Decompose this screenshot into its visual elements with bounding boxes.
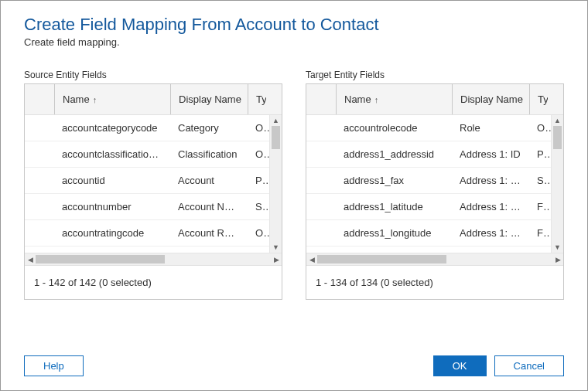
source-column: Source Entity Fields Name ↑ Display Name… [24,70,282,300]
source-horizontal-scrollbar[interactable]: ◀ ▶ [25,253,282,265]
cell-name: accountnumber [54,201,170,212]
table-row[interactable]: accountrolecode Role Opti [306,115,551,141]
table-row[interactable]: address1_latitude Address 1: La... Float [306,194,551,220]
cell-displayname: Account [170,175,248,186]
table-row[interactable]: address1_addressid Address 1: ID Prim [306,141,551,168]
col-header-name-text: Name [63,94,90,105]
cell-displayname: Address 1: ID [452,148,529,160]
target-vertical-scrollbar[interactable]: ▲ ▼ [551,115,563,253]
cell-displayname: Address 1: La... [452,201,529,212]
cell-displayname: Category [170,122,248,134]
cell-name: address1_latitude [336,201,452,212]
table-row[interactable]: accountclassificationc... Classification… [25,141,269,168]
cell-name: accountratingcode [54,227,170,239]
ok-button[interactable]: OK [433,355,487,376]
col-header-displayname[interactable]: Display Name [452,84,529,114]
scroll-track[interactable] [36,253,271,265]
scroll-down-icon[interactable]: ▼ [552,242,563,253]
table-row[interactable]: address1_longitude Address 1: Lo... Floa… [306,220,551,246]
cell-type: Float [529,227,551,239]
cell-type: Prim [529,148,551,160]
page-subtitle: Create field mapping. [24,36,564,48]
target-column: Target Entity Fields Name ↑ Display Name… [306,70,564,300]
scroll-thumb[interactable] [553,126,562,149]
sort-asc-icon: ↑ [93,95,97,104]
cell-name: address1_addressid [336,148,452,160]
table-row[interactable]: accountid Account Prim [25,168,269,194]
cell-displayname: Classification [170,148,248,160]
dialog-header: Create Field Mapping From Account to Con… [1,1,587,54]
scroll-right-icon[interactable]: ▶ [552,253,563,265]
cell-name: address1_fax [336,175,452,186]
cell-type: Opti [529,122,551,134]
help-button[interactable]: Help [24,355,84,376]
target-rows: accountrolecode Role Opti address1_addre… [306,115,551,253]
col-header-selector[interactable] [25,84,54,114]
cell-type: Opti [248,227,269,239]
target-grid-footer: 1 - 134 of 134 (0 selected) [306,265,563,299]
col-header-name-text: Name [344,94,371,105]
target-grid-header: Name ↑ Display Name Ty [306,84,563,115]
scroll-left-icon[interactable]: ◀ [306,253,317,265]
table-row[interactable]: accountcategorycode Category Opti [25,115,269,141]
sort-asc-icon: ↑ [374,95,379,104]
cell-displayname: Role [452,122,529,134]
cell-displayname: Address 1: Lo... [452,227,529,239]
cell-displayname: Address 1: Fax [452,175,529,186]
cell-displayname: Account Rating [170,227,248,239]
source-grid-footer: 1 - 142 of 142 (0 selected) [25,265,282,299]
col-header-type[interactable]: Ty [529,84,548,114]
cell-type: Opti [248,122,269,134]
cell-name: accountid [54,175,170,186]
cell-name: accountclassificationc... [54,148,170,160]
cell-name: accountrolecode [336,122,452,134]
button-bar: Help OK Cancel [1,346,587,390]
action-buttons: OK Cancel [433,355,564,376]
source-grid: Name ↑ Display Name Ty accountcategoryco… [24,83,282,300]
grids-container: Source Entity Fields Name ↑ Display Name… [1,54,587,300]
cancel-button[interactable]: Cancel [494,355,564,376]
cell-type: Opti [248,148,269,160]
target-grid: Name ↑ Display Name Ty accountrolecode R… [306,83,564,300]
scroll-thumb[interactable] [272,126,280,149]
target-grid-body: accountrolecode Role Opti address1_addre… [306,115,563,253]
col-header-name[interactable]: Name ↑ [54,84,170,114]
cell-type: Sing [248,201,269,212]
target-horizontal-scrollbar[interactable]: ◀ ▶ [306,253,563,265]
source-grid-body: accountcategorycode Category Opti accoun… [25,115,282,253]
scroll-up-icon[interactable]: ▲ [552,115,563,126]
col-header-name[interactable]: Name ↑ [336,84,452,114]
table-row[interactable]: address1_fax Address 1: Fax Sing [306,168,551,194]
source-vertical-scrollbar[interactable]: ▲ ▼ [269,115,282,253]
cell-type: Prim [248,175,269,186]
page-title: Create Field Mapping From Account to Con… [24,15,564,35]
scroll-right-icon[interactable]: ▶ [271,253,282,265]
table-row[interactable]: accountnumber Account Num... Sing [25,194,269,220]
col-header-displayname[interactable]: Display Name [170,84,248,114]
col-header-scrollspacer [266,84,282,114]
scroll-thumb[interactable] [36,255,165,264]
col-header-type[interactable]: Ty [248,84,266,114]
source-label: Source Entity Fields [24,70,282,80]
scroll-track[interactable] [317,253,552,265]
source-grid-header: Name ↑ Display Name Ty [25,84,282,115]
cell-name: accountcategorycode [54,122,170,134]
target-label: Target Entity Fields [306,70,564,80]
cell-type: Sing [529,175,551,186]
col-header-scrollspacer [548,84,563,114]
scroll-down-icon[interactable]: ▼ [270,242,282,253]
cell-displayname: Account Num... [170,201,248,212]
scroll-left-icon[interactable]: ◀ [25,253,36,265]
cell-type: Float [529,201,551,212]
cell-name: address1_longitude [336,227,452,239]
col-header-selector[interactable] [306,84,336,114]
source-rows: accountcategorycode Category Opti accoun… [25,115,269,253]
scroll-thumb[interactable] [317,255,446,264]
scroll-up-icon[interactable]: ▲ [270,115,282,126]
table-row[interactable]: accountratingcode Account Rating Opti [25,220,269,246]
